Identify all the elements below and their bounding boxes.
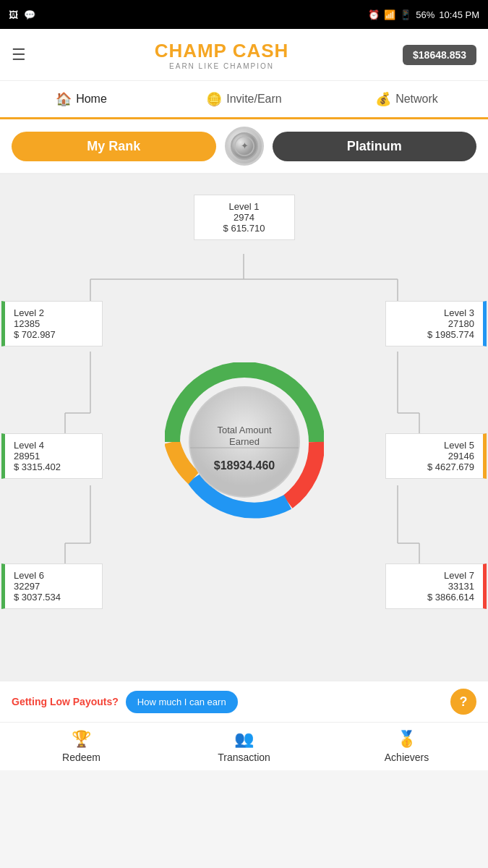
level-1-name: Level 1 (203, 201, 286, 212)
help-button[interactable]: ? (450, 689, 476, 715)
wifi-icon: 📶 (384, 9, 395, 20)
level-7-box: Level 7 33131 $ 3866.614 (385, 563, 487, 609)
invite-icon: 🪙 (206, 91, 222, 107)
svg-text:✦: ✦ (240, 140, 248, 151)
level-5-amount: $ 4627.679 (395, 461, 474, 472)
svg-text:Total Amount: Total Amount (217, 425, 272, 435)
bottom-bar: Getting Low Payouts? How much I can earn… (0, 681, 488, 722)
balance-display: $18648.853 (403, 45, 476, 65)
redeem-icon: 🏆 (72, 730, 91, 749)
achievers-icon: 🥇 (397, 730, 416, 749)
footer-redeem[interactable]: 🏆 Redeem (0, 723, 163, 770)
status-bar: 🖼 💬 ⏰ 📶 📱 56% 10:45 PM (0, 0, 488, 29)
footer-transaction[interactable]: 👥 Transaction (163, 723, 325, 770)
level-1-count: 2974 (203, 212, 286, 223)
level-7-name: Level 7 (395, 570, 474, 581)
logo-tagline: EARN LIKE CHAMPION (169, 62, 274, 70)
network-icon: 💰 (375, 91, 391, 107)
low-payout-text: Getting Low Payouts? (12, 696, 119, 707)
svg-text:$18934.460: $18934.460 (213, 459, 275, 472)
rank-bar: My Rank ✦ Platinum (0, 119, 488, 174)
level-4-box: Level 4 28951 $ 3315.402 (1, 433, 103, 479)
my-rank-button[interactable]: My Rank (12, 132, 216, 161)
app-logo: CHAMP CASH EARN LIKE CHAMPION (40, 40, 403, 70)
level-5-count: 29146 (395, 451, 474, 461)
tab-home[interactable]: 🏠 Home (0, 81, 163, 119)
level-4-count: 28951 (14, 451, 93, 461)
svg-text:Earned: Earned (229, 436, 260, 447)
signal-icon: 📱 (400, 9, 411, 20)
level-5-name: Level 5 (395, 440, 474, 451)
level-2-amount: $ 702.987 (14, 329, 93, 340)
tab-invite-earn[interactable]: 🪙 Invite/Earn (163, 81, 325, 119)
header: ☰ CHAMP CASH EARN LIKE CHAMPION $18648.8… (0, 29, 488, 81)
home-icon: 🏠 (56, 91, 72, 107)
alarm-icon: ⏰ (368, 9, 380, 20)
logo-cash: CASH (233, 40, 289, 61)
level-6-count: 32297 (14, 581, 93, 592)
transaction-label: Transaction (218, 752, 270, 763)
footer-nav: 🏆 Redeem 👥 Transaction 🥇 Achievers (0, 722, 488, 770)
level-7-count: 33131 (395, 581, 474, 592)
time-display: 10:45 PM (439, 9, 479, 20)
level-1-amount: $ 615.710 (203, 223, 286, 234)
menu-button[interactable]: ☰ (12, 46, 40, 64)
level-2-box: Level 2 12385 $ 702.987 (1, 301, 103, 346)
level-6-box: Level 6 32297 $ 3037.534 (1, 563, 103, 609)
redeem-label: Redeem (62, 752, 100, 763)
level-3-count: 27180 (395, 318, 474, 329)
status-right-icons: ⏰ 📶 📱 56% 10:45 PM (368, 9, 479, 20)
level-6-amount: $ 3037.534 (14, 592, 93, 603)
donut-chart: Total Amount Earned $18934.460 (165, 362, 324, 524)
level-3-amount: $ 1985.774 (395, 329, 474, 340)
message-icon: 💬 (24, 9, 35, 20)
level-2-name: Level 2 (14, 307, 93, 318)
network-diagram: Level 1 2974 $ 615.710 Level 2 12385 $ 7… (0, 174, 488, 681)
level-1-box: Level 1 2974 $ 615.710 (194, 195, 295, 240)
transaction-icon: 👥 (234, 730, 254, 749)
footer-achievers[interactable]: 🥇 Achievers (325, 723, 488, 770)
achievers-label: Achievers (385, 752, 429, 763)
level-4-name: Level 4 (14, 440, 93, 451)
tab-home-label: Home (76, 93, 107, 106)
logo-champ: CHAMP (155, 40, 233, 61)
rank-medal: ✦ (225, 127, 264, 166)
logo-title: CHAMP CASH (155, 40, 289, 62)
tab-network[interactable]: 💰 Network (325, 81, 488, 119)
tab-network-label: Network (395, 93, 438, 106)
rank-level-label: Platinum (273, 132, 477, 161)
level-2-count: 12385 (14, 318, 93, 329)
level-4-amount: $ 3315.402 (14, 461, 93, 472)
status-left-icons: 🖼 💬 (9, 9, 35, 20)
level-7-amount: $ 3866.614 (395, 592, 474, 603)
battery-text: 56% (416, 9, 435, 20)
tab-invite-label: Invite/Earn (226, 93, 281, 106)
level-6-name: Level 6 (14, 570, 93, 581)
photo-icon: 🖼 (9, 9, 18, 20)
earn-button[interactable]: How much I can earn (126, 691, 238, 713)
level-3-name: Level 3 (395, 307, 474, 318)
level-5-box: Level 5 29146 $ 4627.679 (385, 433, 487, 479)
nav-tabs: 🏠 Home 🪙 Invite/Earn 💰 Network (0, 81, 488, 119)
level-3-box: Level 3 27180 $ 1985.774 (385, 301, 487, 346)
